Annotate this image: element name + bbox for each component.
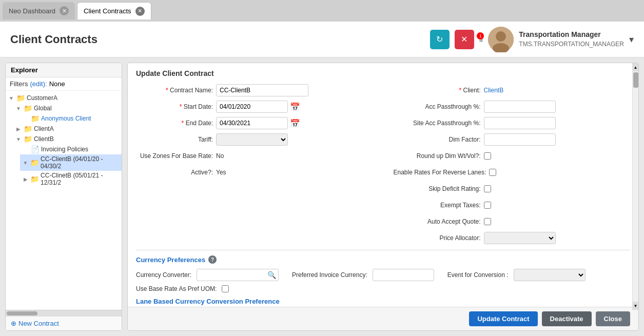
folder-icon: 📁 <box>24 135 32 143</box>
active-row: Active?: Yes <box>136 166 373 179</box>
start-date-row: Start Date: 📅 <box>136 100 373 113</box>
use-zones-label: Use Zones For Base Rate: <box>136 152 213 160</box>
site-acc-passthrough-label: Site Acc Passthrough %: <box>394 120 481 127</box>
use-base-rate-checkbox[interactable] <box>222 285 229 292</box>
currency-converter-input[interactable] <box>199 271 265 279</box>
acc-passthrough-input[interactable] <box>484 101 556 113</box>
preferred-invoice-input[interactable] <box>373 269 434 281</box>
skip-deficit-label: Skip Deficit Rating: <box>394 185 481 192</box>
tree-item-customerA[interactable]: ▼ 📁 CustomerA <box>6 93 122 103</box>
lane-section: Lane Based Currency Conversion Preferenc… <box>136 298 630 307</box>
page-title: Client Contracts <box>10 33 430 46</box>
file-icon: 📄 <box>31 145 40 153</box>
enable-rates-label: Enable Rates For Reverse Lanes: <box>394 169 486 176</box>
tree-item-cc-clientB[interactable]: ▼ 📁 CC-ClientB (04/01/20 - 04/30/2 <box>20 154 122 171</box>
scroll-up[interactable]: ▲ <box>633 63 638 71</box>
folder-icon: 📁 <box>30 175 39 183</box>
end-date-label: End Date: <box>136 120 213 127</box>
price-allocator-select[interactable] <box>484 232 556 244</box>
start-date-wrapper: 📅 <box>216 101 300 113</box>
folder-icon: 📁 <box>24 125 32 133</box>
form-section: Contract Name: Start Date: 📅 End Date: <box>136 84 630 245</box>
exempt-taxes-label: Exempt Taxes: <box>394 202 481 209</box>
acc-passthrough-label: Acc Passthrough %: <box>394 103 481 110</box>
tab-neo-dashboard-label: Neo Dashboard <box>9 7 55 15</box>
right-scrollbar[interactable]: ▲ ▼ <box>632 63 638 310</box>
exempt-taxes-checkbox[interactable] <box>484 202 491 209</box>
close-button[interactable]: Close <box>596 311 630 326</box>
site-acc-passthrough-row: Site Acc Passthrough %: <box>394 116 631 130</box>
tree-item-invoicing-policies[interactable]: 📄 Invoicing Policies <box>20 144 122 154</box>
avatar <box>488 27 514 52</box>
tree-label-invoicing-policies: Invoicing Policies <box>41 146 88 153</box>
tree-item-clientB[interactable]: ▼ 📁 ClientB <box>13 134 122 144</box>
tree-item-clientA[interactable]: ▶ 📁 ClientA <box>13 124 122 134</box>
tariff-select[interactable] <box>216 133 288 146</box>
currency-converter-search-button[interactable]: 🔍 <box>267 271 276 279</box>
start-date-input[interactable] <box>216 101 288 113</box>
new-contract-link[interactable]: ⊕ New Contract <box>11 320 116 327</box>
footer: Update Contract Deactivate Close <box>128 307 638 330</box>
site-acc-passthrough-input[interactable] <box>484 117 556 129</box>
scroll-thumb <box>633 72 638 88</box>
client-row: Client: ClientB <box>394 84 631 97</box>
menu-button[interactable]: ≡ 1 <box>479 33 483 45</box>
tab-neo-dashboard-close[interactable]: ✕ <box>60 6 69 15</box>
start-date-calendar-icon[interactable]: 📅 <box>290 102 300 112</box>
filter-row: Filters (edit): None <box>6 77 122 91</box>
preferred-invoice-label: Preferred Invoice Currency: <box>292 271 367 279</box>
tree-item-global[interactable]: ▼ 📁 Global <box>13 103 122 113</box>
contract-name-row: Contract Name: <box>136 84 373 97</box>
tab-client-contracts[interactable]: Client Contracts ✕ <box>77 2 151 19</box>
header-actions: ↻ ✕ ≡ 1 Transportation Manager TMS.TRANS… <box>430 27 634 52</box>
deactivate-button[interactable]: Deactivate <box>542 311 592 326</box>
sidebar-scroll-thumb <box>7 311 37 315</box>
tree-item-cc-clinetB[interactable]: ▶ 📁 CC-ClinetB (05/01/21 - 12/31/2 <box>20 171 122 187</box>
user-dropdown-arrow[interactable]: ▾ <box>629 34 634 45</box>
tab-neo-dashboard[interactable]: Neo Dashboard ✕ <box>3 2 75 19</box>
scroll-down[interactable]: ▼ <box>633 302 638 310</box>
tariff-label: Tariff: <box>136 136 213 143</box>
use-base-rate-row: Use Base Rate As Pref UOM: <box>136 285 630 292</box>
auto-accept-row: Auto Accept Quote: <box>394 215 631 228</box>
event-conversion-select[interactable] <box>514 269 586 281</box>
sidebar-scrollbar[interactable] <box>6 310 122 316</box>
dim-factor-input[interactable] <box>484 133 556 146</box>
contract-name-input[interactable] <box>216 84 308 96</box>
skip-deficit-row: Skip Deficit Rating: <box>394 182 631 195</box>
enable-rates-checkbox[interactable] <box>489 169 496 176</box>
filter-edit-link[interactable]: (edit): <box>30 80 47 88</box>
currency-info-icon[interactable]: ? <box>208 255 217 264</box>
currency-section: Currency Preferences ? Currency Converte… <box>136 255 630 292</box>
tab-client-contracts-label: Client Contracts <box>84 7 131 15</box>
round-up-checkbox[interactable] <box>484 152 491 160</box>
user-text: Transportation Manager TMS.TRANSPORTATIO… <box>519 30 624 48</box>
update-contract-button[interactable]: Update Contract <box>469 311 537 326</box>
tree-label-cc-clientB: CC-ClientB (04/01/20 - 04/30/2 <box>41 155 120 170</box>
form-divider <box>136 250 630 250</box>
client-label: Client: <box>394 87 481 94</box>
auto-accept-checkbox[interactable] <box>484 218 491 225</box>
tab-client-contracts-close[interactable]: ✕ <box>135 7 145 16</box>
client-value[interactable]: ClientB <box>484 87 504 94</box>
end-date-calendar-icon[interactable]: 📅 <box>290 118 300 128</box>
currency-converter-label: Currency Converter: <box>136 271 191 279</box>
tree-label-cc-clinetB: CC-ClinetB (05/01/21 - 12/31/2 <box>41 172 120 186</box>
close-header-button[interactable]: ✕ <box>455 30 474 49</box>
dim-factor-label: Dim Factor: <box>394 136 481 143</box>
tree-label-customerA: CustomerA <box>27 94 57 102</box>
tree-expander: ▶ <box>22 176 29 182</box>
scroll-track <box>633 71 638 302</box>
sidebar-tree: ▼ 📁 CustomerA ▼ 📁 Global 📁 Anonymous Cli… <box>6 91 122 310</box>
tree-item-anonymous-client[interactable]: 📁 Anonymous Client <box>20 113 122 124</box>
sidebar: Explorer Filters (edit): None ▼ 📁 Custom… <box>5 63 122 331</box>
end-date-input[interactable] <box>216 117 288 129</box>
end-date-row: End Date: 📅 <box>136 116 373 130</box>
start-date-label: Start Date: <box>136 103 213 110</box>
filter-value: None <box>49 80 65 88</box>
skip-deficit-checkbox[interactable] <box>484 185 491 192</box>
auto-accept-label: Auto Accept Quote: <box>394 218 481 225</box>
round-up-label: Round up Dim Wt/Vol?: <box>394 152 481 160</box>
refresh-button[interactable]: ↻ <box>430 30 450 49</box>
user-role: TMS.TRANSPORTATION_MANAGER <box>519 40 624 49</box>
